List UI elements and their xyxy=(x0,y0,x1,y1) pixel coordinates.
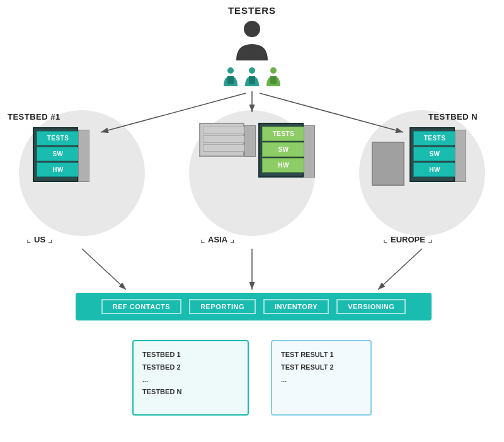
service-versioning: VERSIONING xyxy=(336,299,406,314)
service-reporting: REPORTING xyxy=(189,299,256,314)
cabinet-center-active-body: TESTS SW HW xyxy=(258,123,304,178)
region-europe: ⌞ EUROPE ⌟ xyxy=(383,234,433,244)
result-list-content: TEST RESULT 1 TEST RESULT 2 ... xyxy=(281,349,362,386)
drawer-ca-sw: SW xyxy=(262,142,305,157)
svg-point-1 xyxy=(227,67,234,74)
region-asia-label: ASIA xyxy=(208,235,227,244)
drawer-ci-1 xyxy=(203,127,246,134)
cabinet-right-active-side xyxy=(455,130,466,182)
cabinet-left: TESTS SW HW xyxy=(33,127,78,182)
testbed-list-ellipsis: ... xyxy=(142,374,239,387)
svg-point-3 xyxy=(249,67,255,74)
testbed-list-line-1: TESTBED 1 xyxy=(142,349,239,361)
service-inventory: INVENTORY xyxy=(263,299,329,314)
drawer-left-sw: SW xyxy=(37,147,79,161)
testbed-list-box: TESTBED 1 TESTBED 2 ... TESTBED N xyxy=(132,340,249,416)
svg-rect-4 xyxy=(249,76,255,84)
cabinet-center-inactive-body xyxy=(199,123,244,157)
drawer-ca-hw: HW xyxy=(262,158,305,173)
cabinet-left-body: TESTS SW HW xyxy=(33,127,78,182)
drawer-left-tests: TESTS xyxy=(37,131,79,145)
cabinet-center-active-side xyxy=(304,125,315,178)
testers-label: TESTERS xyxy=(228,5,276,16)
diagram-container: TESTERS TESTBED #1 TESTBED N xyxy=(0,0,504,442)
team-person-2-icon xyxy=(243,66,261,88)
cabinet-center-active: TESTS SW HW xyxy=(258,123,304,178)
svg-rect-6 xyxy=(270,76,277,84)
cabinet-right-small-body xyxy=(372,142,404,186)
testers-icon xyxy=(233,18,271,62)
svg-rect-2 xyxy=(227,76,234,84)
region-us: ⌞ US ⌟ xyxy=(26,234,53,244)
testbed-list-content: TESTBED 1 TESTBED 2 ... TESTBED N xyxy=(142,349,239,399)
result-list-line-2: TEST RESULT 2 xyxy=(281,361,362,374)
region-asia: ⌞ ASIA ⌟ xyxy=(200,234,235,244)
testbed-label-1: TESTBED #1 xyxy=(8,112,60,122)
cabinet-center-inactive-side xyxy=(244,125,256,157)
cabinet-right-small xyxy=(372,142,404,186)
testbed-label-n: TESTBED N xyxy=(428,112,478,122)
drawer-ca-tests: TESTS xyxy=(262,127,305,141)
svg-point-5 xyxy=(270,67,277,74)
team-icons xyxy=(222,66,282,88)
region-us-label: US xyxy=(34,235,45,244)
drawer-ra-tests: TESTS xyxy=(413,131,456,145)
testbed-list-line-n: TESTBED N xyxy=(142,386,239,399)
drawer-ci-3 xyxy=(203,144,246,152)
drawer-left-hw: HW xyxy=(37,162,79,177)
service-bar: REF CONTACTS REPORTING INVENTORY VERSION… xyxy=(76,293,432,320)
cabinet-left-side xyxy=(78,130,89,182)
cabinet-center-inactive xyxy=(199,123,244,157)
drawer-ci-2 xyxy=(203,135,246,143)
drawer-ra-hw: HW xyxy=(413,162,456,177)
drawer-ra-sw: SW xyxy=(413,147,456,161)
result-list-line-1: TEST RESULT 1 xyxy=(281,349,362,361)
cabinet-right-active-body: TESTS SW HW xyxy=(410,127,455,182)
svg-point-0 xyxy=(244,21,260,37)
team-person-1-icon xyxy=(222,66,239,88)
team-person-3-icon xyxy=(265,66,282,88)
service-ref-contacts: REF CONTACTS xyxy=(101,299,181,314)
region-europe-label: EUROPE xyxy=(391,235,425,244)
result-list-box: TEST RESULT 1 TEST RESULT 2 ... xyxy=(271,340,372,416)
result-list-ellipsis: ... xyxy=(281,374,362,387)
testbed-list-line-2: TESTBED 2 xyxy=(142,361,239,374)
cabinet-right-active: TESTS SW HW xyxy=(410,127,455,182)
svg-line-11 xyxy=(82,249,126,290)
svg-line-13 xyxy=(378,249,422,290)
